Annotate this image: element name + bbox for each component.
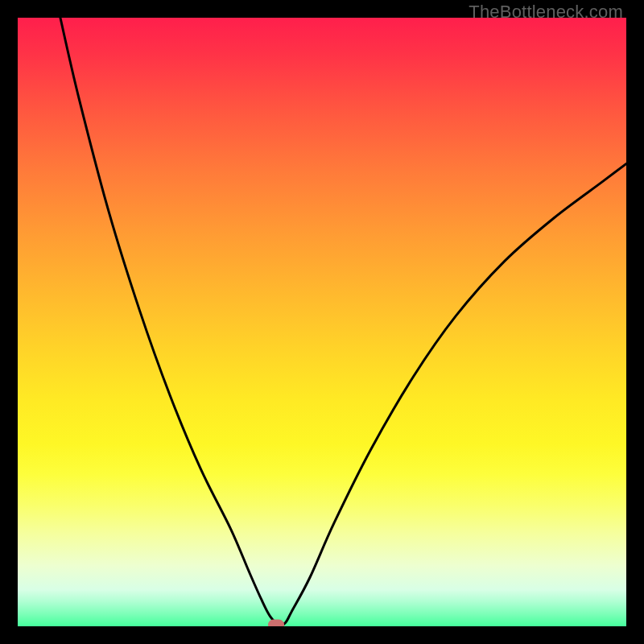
plot-area [18,18,626,626]
gradient-background [18,18,626,626]
chart-container: TheBottleneck.com [0,0,644,644]
optimal-point-marker [268,620,284,626]
